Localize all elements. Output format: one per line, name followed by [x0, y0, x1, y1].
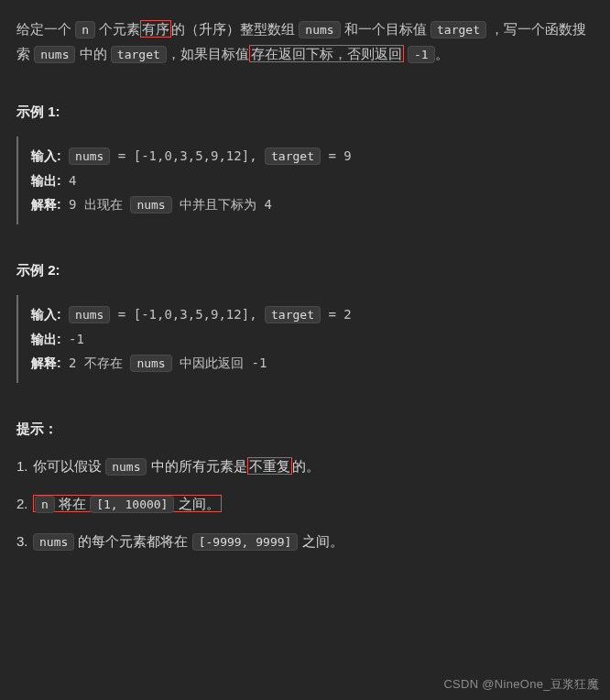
- input-value: = 9: [321, 148, 352, 163]
- desc-text: ，如果目标值: [167, 46, 249, 61]
- hints-section: 提示： 1.你可以假设 nums 中的所有元素是不重复的。 2.n 将在 [1,…: [16, 416, 594, 553]
- explain-text: 中因此返回 -1: [172, 355, 267, 370]
- output-label: 输出:: [31, 173, 61, 188]
- desc-text: 的（升序）整型数组: [171, 21, 299, 37]
- code-nums: nums: [130, 196, 171, 213]
- hint-text: 将在: [55, 496, 90, 511]
- hint-text: 你可以假设: [33, 458, 105, 474]
- example2-block: 输入: nums = [-1,0,3,5,9,12], target = 2 输…: [16, 295, 594, 383]
- hint-1: 1.你可以假设 nums 中的所有元素是不重复的。: [16, 454, 594, 478]
- desc-text: 给定一个: [16, 21, 75, 37]
- hint-text: 之间。: [298, 533, 343, 549]
- hints-heading: 提示：: [16, 416, 594, 441]
- code-neg1: -1: [408, 46, 435, 63]
- code-nums: nums: [34, 46, 75, 63]
- output-value: 4: [61, 173, 77, 188]
- hint-2: 2.n 将在 [1, 10000] 之间。: [16, 491, 594, 516]
- code-target: target: [265, 306, 321, 323]
- problem-description: 给定一个 n 个元素有序的（升序）整型数组 nums 和一个目标值 target…: [16, 16, 594, 66]
- input-value: = [-1,0,3,5,9,12],: [110, 148, 265, 163]
- list-num: 3.: [16, 529, 33, 553]
- explain-text: 中并且下标为 4: [172, 197, 272, 212]
- desc-text: 个元素: [95, 21, 140, 37]
- hint-3: 3.nums 的每个元素都将在 [-9999, 9999] 之间。: [16, 529, 594, 553]
- code-range: [-9999, 9999]: [192, 533, 299, 551]
- hint-highlight: 不重复: [247, 457, 292, 475]
- hint-text: 之间。: [174, 496, 219, 511]
- desc-highlight: 存在返回下标，否则返回: [249, 45, 404, 62]
- watermark: CSDN @NineOne_豆浆狂魔: [443, 673, 599, 695]
- example1-block: 输入: nums = [-1,0,3,5,9,12], target = 9 输…: [16, 137, 594, 224]
- code-nums: nums: [69, 148, 110, 165]
- desc-text: 中的: [75, 46, 110, 61]
- list-num: 1.: [16, 454, 33, 478]
- explain-text: 9 出现在: [61, 197, 131, 212]
- output-value: -1: [61, 332, 84, 346]
- example1-heading: 示例 1:: [16, 99, 594, 124]
- explain-label: 解释:: [31, 355, 61, 370]
- code-target: target: [430, 21, 486, 38]
- input-label: 输入:: [31, 148, 61, 163]
- code-n: n: [75, 21, 95, 38]
- code-target: target: [111, 46, 167, 63]
- hint-text: 的每个元素都将在: [74, 533, 191, 549]
- code-n: n: [35, 496, 55, 513]
- explain-text: 2 不存在: [61, 355, 131, 370]
- output-label: 输出:: [31, 332, 61, 346]
- hint-text: 中的所有元素是: [147, 458, 246, 474]
- hint-text: 的。: [292, 458, 320, 474]
- input-value: = 2: [321, 307, 352, 322]
- desc-text: 和一个目标值: [341, 21, 430, 37]
- desc-text: 。: [435, 46, 449, 61]
- example2-heading: 示例 2:: [16, 257, 594, 282]
- code-nums: nums: [105, 458, 147, 476]
- input-value: = [-1,0,3,5,9,12],: [110, 307, 265, 322]
- desc-highlight: 有序: [140, 20, 171, 38]
- code-target: target: [265, 148, 321, 165]
- code-nums: nums: [33, 533, 74, 551]
- explain-label: 解释:: [31, 197, 61, 212]
- list-num: 2.: [16, 491, 33, 516]
- code-range: [1, 10000]: [90, 496, 174, 513]
- input-label: 输入:: [31, 307, 61, 322]
- code-nums: nums: [130, 355, 171, 372]
- hint-highlight: n 将在 [1, 10000] 之间。: [33, 495, 222, 512]
- code-nums: nums: [69, 306, 110, 323]
- code-nums: nums: [299, 21, 340, 38]
